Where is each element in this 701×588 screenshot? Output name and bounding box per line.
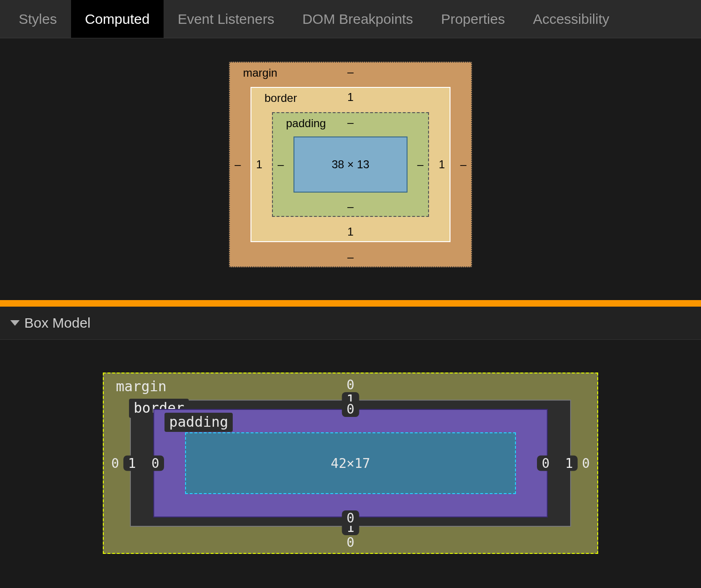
ff-border-left[interactable]: 1 xyxy=(123,456,141,471)
orange-divider xyxy=(0,300,701,307)
box-model-margin[interactable]: margin – – – – border 1 1 1 1 padding – … xyxy=(229,62,472,267)
border-left[interactable]: 1 xyxy=(256,158,262,171)
box-model-section-header[interactable]: Box Model xyxy=(0,307,701,340)
chrome-box-model-diagram: margin – – – – border 1 1 1 1 padding – … xyxy=(0,38,701,300)
padding-bottom[interactable]: – xyxy=(347,200,353,213)
chevron-down-icon xyxy=(10,320,20,326)
tab-computed[interactable]: Computed xyxy=(71,0,164,38)
ff-margin-left[interactable]: 0 xyxy=(111,456,119,471)
border-label: border xyxy=(265,92,297,105)
ff-margin-label: margin xyxy=(116,378,166,394)
ff-box-model-margin[interactable]: margin 0 0 0 0 border 1 1 1 1 padding 0 … xyxy=(103,373,598,554)
ff-box-model-content[interactable]: 42×17 xyxy=(185,432,516,494)
box-model-border[interactable]: border 1 1 1 1 padding – – – – 38 × 13 xyxy=(250,87,451,242)
ff-padding-right[interactable]: 0 xyxy=(537,456,554,471)
tab-accessibility[interactable]: Accessibility xyxy=(519,0,623,38)
margin-right[interactable]: – xyxy=(460,158,466,171)
ff-padding-left[interactable]: 0 xyxy=(147,456,164,471)
ff-padding-top[interactable]: 0 xyxy=(342,402,359,417)
padding-left[interactable]: – xyxy=(278,158,284,171)
firefox-box-model-diagram: margin 0 0 0 0 border 1 1 1 1 padding 0 … xyxy=(0,340,701,588)
section-title: Box Model xyxy=(24,315,91,331)
chrome-devtools-panel: Styles Computed Event Listeners DOM Brea… xyxy=(0,0,701,300)
border-top[interactable]: 1 xyxy=(347,91,353,104)
tab-dom-breakpoints[interactable]: DOM Breakpoints xyxy=(288,0,427,38)
ff-margin-top[interactable]: 0 xyxy=(347,377,355,393)
ff-box-model-border[interactable]: border 1 1 1 1 padding 0 0 0 0 42×17 xyxy=(130,400,571,527)
border-right[interactable]: 1 xyxy=(439,158,445,171)
content-size: 38 × 13 xyxy=(332,158,370,171)
ff-margin-right[interactable]: 0 xyxy=(582,456,590,471)
firefox-devtools-panel: Box Model margin 0 0 0 0 border 1 1 1 1 … xyxy=(0,307,701,588)
ff-border-right[interactable]: 1 xyxy=(560,456,578,471)
ff-padding-label: padding xyxy=(165,413,233,432)
margin-label: margin xyxy=(243,66,277,79)
ff-margin-bottom[interactable]: 0 xyxy=(347,535,355,550)
tab-styles[interactable]: Styles xyxy=(5,0,71,38)
margin-top[interactable]: – xyxy=(347,65,353,79)
ff-padding-bottom[interactable]: 0 xyxy=(342,510,359,526)
ff-box-model-padding[interactable]: padding 0 0 0 0 42×17 xyxy=(153,409,548,517)
devtools-tabs: Styles Computed Event Listeners DOM Brea… xyxy=(0,0,701,38)
padding-right[interactable]: – xyxy=(417,158,423,171)
tab-event-listeners[interactable]: Event Listeners xyxy=(164,0,288,38)
margin-bottom[interactable]: – xyxy=(347,251,353,264)
padding-top[interactable]: – xyxy=(347,116,353,129)
border-bottom[interactable]: 1 xyxy=(347,225,353,238)
box-model-padding[interactable]: padding – – – – 38 × 13 xyxy=(272,112,429,217)
ff-content-size: 42×17 xyxy=(331,456,370,471)
padding-label: padding xyxy=(286,117,326,130)
tab-properties[interactable]: Properties xyxy=(427,0,519,38)
box-model-content[interactable]: 38 × 13 xyxy=(293,136,408,193)
margin-left[interactable]: – xyxy=(235,158,241,171)
